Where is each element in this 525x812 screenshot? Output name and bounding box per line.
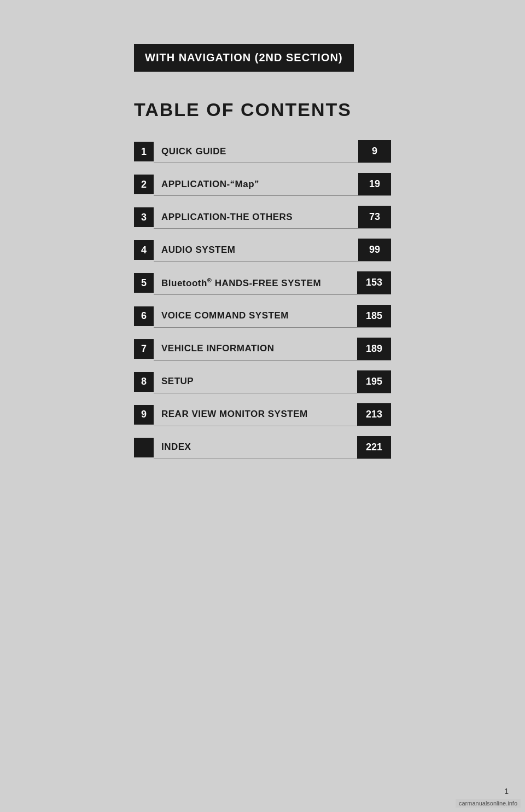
toc-entries: 1 QUICK GUIDE 9 2 APPLICATION-“Map” 19 3… [134,140,391,469]
entry-page-2: 19 [358,173,391,195]
toc-entry-6: 6 VOICE COMMAND SYSTEM 185 [134,305,391,328]
toc-entry-2: 2 APPLICATION-“Map” 19 [134,173,391,196]
header-banner-text: WITH NAVIGATION (2ND SECTION) [145,51,343,63]
entry-label-5: Bluetooth® HANDS-FREE SYSTEM [154,271,357,294]
entry-label-3: APPLICATION-THE OTHERS [154,206,358,228]
entry-number-7: 7 [134,339,154,359]
entry-number-6: 6 [134,306,154,326]
toc-title: TABLE OF CONTENTS [134,99,391,120]
entry-page-5: 153 [357,271,391,294]
entry-label-2: APPLICATION-“Map” [154,173,358,195]
entry-row-3: APPLICATION-THE OTHERS 73 [154,206,391,229]
entry-row-9: REAR VIEW MONITOR SYSTEM 213 [154,403,391,426]
entry-label-1: QUICK GUIDE [154,141,358,163]
entry-page-4: 99 [358,239,391,261]
entry-number-1: 1 [134,142,154,161]
entry-page-6: 185 [357,305,391,327]
entry-row-5: Bluetooth® HANDS-FREE SYSTEM 153 [154,271,391,295]
entry-row-7: VEHICLE INFORMATION 189 [154,338,391,361]
entry-page-1: 9 [358,140,391,163]
entry-number-2: 2 [134,175,154,194]
toc-entry-8: 8 SETUP 195 [134,370,391,393]
entry-label-index: INDEX [154,436,357,458]
entry-row-1: QUICK GUIDE 9 [154,140,391,163]
entry-number-9: 9 [134,405,154,425]
entry-number-8: 8 [134,372,154,392]
watermark: carmanualsonline.info [456,799,521,808]
toc-entry-3: 3 APPLICATION-THE OTHERS 73 [134,206,391,229]
entry-number-4: 4 [134,240,154,260]
entry-label-6: VOICE COMMAND SYSTEM [154,305,357,327]
page-container: WITH NAVIGATION (2ND SECTION) TABLE OF C… [0,0,525,812]
entry-label-4: AUDIO SYSTEM [154,239,358,261]
entry-row-4: AUDIO SYSTEM 99 [154,239,391,262]
page-number: 1 [504,787,509,796]
toc-entry-index: INDEX 221 [134,436,391,459]
entry-label-8: SETUP [154,370,357,392]
entry-label-9: REAR VIEW MONITOR SYSTEM [154,403,357,425]
entry-page-7: 189 [357,338,391,360]
entry-row-index: INDEX 221 [154,436,391,459]
entry-number-3: 3 [134,207,154,227]
entry-row-6: VOICE COMMAND SYSTEM 185 [154,305,391,328]
entry-row-8: SETUP 195 [154,370,391,393]
entry-page-8: 195 [357,370,391,393]
entry-page-9: 213 [357,403,391,426]
entry-page-3: 73 [358,206,391,228]
entry-row-2: APPLICATION-“Map” 19 [154,173,391,196]
entry-number-index [134,438,154,457]
toc-entry-5: 5 Bluetooth® HANDS-FREE SYSTEM 153 [134,271,391,295]
toc-entry-4: 4 AUDIO SYSTEM 99 [134,239,391,262]
entry-label-7: VEHICLE INFORMATION [154,338,357,359]
toc-entry-1: 1 QUICK GUIDE 9 [134,140,391,163]
toc-entry-7: 7 VEHICLE INFORMATION 189 [134,338,391,361]
toc-entry-9: 9 REAR VIEW MONITOR SYSTEM 213 [134,403,391,426]
entry-number-5: 5 [134,273,154,293]
entry-page-index: 221 [357,436,391,459]
header-banner: WITH NAVIGATION (2ND SECTION) [134,44,354,72]
